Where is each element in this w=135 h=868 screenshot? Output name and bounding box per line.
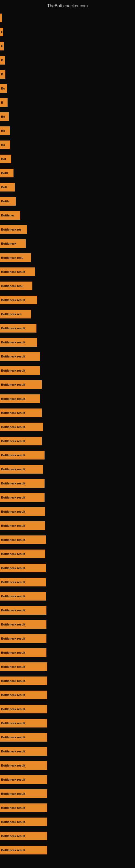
- bar-49: Bottleneck result: [0, 691, 47, 699]
- bar-label-56: Bottleneck result: [1, 792, 25, 795]
- bar-51: Bottleneck result: [0, 719, 47, 727]
- bar-row: Bottlenec: [0, 208, 135, 222]
- bar-label-33: Bottleneck result: [1, 468, 25, 471]
- bar-label-45: Bottleneck result: [1, 637, 25, 640]
- bar-row: Bottleneck result: [0, 547, 135, 561]
- bar-label-8: Bo: [1, 115, 5, 118]
- bar-label-34: Bottleneck result: [1, 482, 25, 485]
- bar-30: Bottleneck result: [0, 423, 43, 431]
- bar-label-39: Bottleneck result: [1, 552, 25, 556]
- bar-label-47: Bottleneck result: [1, 665, 25, 669]
- bar-label-9: Bo: [1, 129, 5, 132]
- bar-25: Bottleneck result: [0, 352, 40, 361]
- bar-label-3: E: [1, 44, 3, 48]
- bar-label-41: Bottleneck result: [1, 581, 25, 584]
- bar-label-30: Bottleneck result: [1, 425, 25, 429]
- bar-row: Bottleneck resu: [0, 279, 135, 293]
- bar-48: Bottleneck result: [0, 677, 47, 685]
- bar-label-13: Bott: [1, 186, 7, 189]
- bar-row: Bottleneck result: [0, 476, 135, 490]
- bar-label-5: B: [1, 73, 3, 76]
- bar-21: Bottleneck result: [0, 296, 37, 304]
- bar-20: Bottleneck resu: [0, 282, 32, 290]
- bar-label-17: Bottleneck: [1, 242, 16, 245]
- bar-label-16: Bottleneck res: [1, 228, 21, 231]
- bar-10: Bo: [0, 141, 10, 149]
- bar-6: Bo: [0, 84, 7, 93]
- bar-44: Bottleneck result: [0, 620, 46, 629]
- site-title: TheBottlenecker.com: [0, 1, 135, 10]
- bar-row: Bottleneck result: [0, 364, 135, 378]
- bar-row: B: [0, 95, 135, 110]
- bar-label-18: Bottleneck resu: [1, 256, 24, 259]
- bar-label-14: Bottle: [1, 199, 9, 203]
- bar-label-28: Bottleneck result: [1, 397, 25, 400]
- bar-label-7: B: [1, 101, 3, 104]
- bar-label-50: Bottleneck result: [1, 707, 25, 711]
- bar-9: Bo: [0, 126, 10, 135]
- bar-row: Bo: [0, 110, 135, 124]
- bar-row: Bo: [0, 82, 135, 95]
- bar-38: Bottleneck result: [0, 535, 46, 544]
- bar-11: Bot: [0, 155, 11, 163]
- bar-53: Bottleneck result: [0, 747, 47, 756]
- bar-row: Bottle: [0, 194, 135, 208]
- bar-row: Bottleneck result: [0, 688, 135, 702]
- bar-59: Bottleneck result: [0, 832, 47, 840]
- bar-label-49: Bottleneck result: [1, 693, 25, 696]
- bar-row: Bottleneck result: [0, 561, 135, 575]
- bar-label-2: F: [1, 30, 3, 34]
- bar-row: Bo: [0, 124, 135, 138]
- bar-35: Bottleneck result: [0, 493, 45, 502]
- bar-row: Bottleneck res: [0, 307, 135, 321]
- bar-row: Bot: [0, 152, 135, 166]
- bar-label-35: Bottleneck result: [1, 496, 25, 499]
- bar-row: Bottleneck result: [0, 462, 135, 476]
- bar-17: Bottleneck: [0, 239, 26, 248]
- bar-row: Bottleneck result: [0, 660, 135, 674]
- bar-row: Bottleneck res: [0, 222, 135, 237]
- bar-label-6: Bo: [1, 87, 5, 90]
- bar-label-57: Bottleneck result: [1, 806, 25, 809]
- bar-label-15: Bottlenec: [1, 214, 14, 217]
- bar-18: Bottleneck resu: [0, 253, 31, 262]
- bar-52: Bottleneck result: [0, 733, 47, 742]
- bar-row: Bottleneck result: [0, 293, 135, 307]
- bar-13: Bott: [0, 183, 15, 191]
- bar-label-23: Bottleneck result: [1, 327, 25, 330]
- bar-50: Bottleneck result: [0, 705, 47, 713]
- bar-15: Bottlenec: [0, 211, 20, 220]
- bar-row: Bottleneck result: [0, 406, 135, 420]
- bar-45: Bottleneck result: [0, 634, 46, 643]
- bar-label-36: Bottleneck result: [1, 510, 25, 513]
- bar-row: Bottleneck result: [0, 773, 135, 786]
- bar-label-40: Bottleneck result: [1, 566, 25, 569]
- bar-22: Bottleneck res: [0, 310, 31, 318]
- bar-33: Bottleneck result: [0, 465, 43, 474]
- bar-row: F: [0, 25, 135, 39]
- bar-label-42: Bottleneck result: [1, 595, 25, 598]
- bar-47: Bottleneck result: [0, 662, 47, 671]
- bar-label-59: Bottleneck result: [1, 834, 25, 838]
- bar-55: Bottleneck result: [0, 775, 47, 784]
- bar-3: E: [0, 42, 4, 51]
- bar-row: Bottleneck result: [0, 335, 135, 349]
- bar-row: B: [0, 67, 135, 82]
- bar-label-24: Bottleneck result: [1, 341, 25, 344]
- bar-label-29: Bottleneck result: [1, 411, 25, 414]
- bar-row: Bottleneck result: [0, 702, 135, 716]
- bar-label-48: Bottleneck result: [1, 679, 25, 682]
- bar-12: Bottl: [0, 169, 13, 177]
- bar-row: Bottleneck result: [0, 801, 135, 815]
- bar-56: Bottleneck result: [0, 789, 47, 798]
- bar-54: Bottleneck result: [0, 761, 47, 770]
- bar-40: Bottleneck result: [0, 564, 46, 572]
- bar-row: Bottleneck result: [0, 349, 135, 364]
- bar-row: Bottleneck result: [0, 843, 135, 857]
- bar-label-44: Bottleneck result: [1, 623, 25, 626]
- bar-46: Bottleneck result: [0, 648, 46, 657]
- bar-row: Bottleneck result: [0, 490, 135, 504]
- bar-14: Bottle: [0, 197, 16, 206]
- bar-label-52: Bottleneck result: [1, 736, 25, 739]
- bar-row: Bottleneck result: [0, 674, 135, 688]
